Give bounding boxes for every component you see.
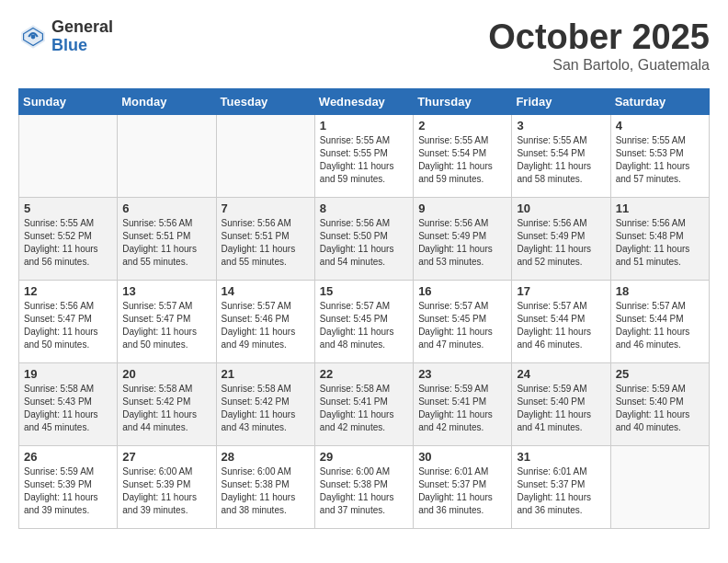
- day-info: Sunrise: 6:01 AM Sunset: 5:37 PM Dayligh…: [517, 465, 605, 517]
- calendar-cell: 27Sunrise: 6:00 AM Sunset: 5:39 PM Dayli…: [118, 445, 216, 528]
- header-monday: Monday: [118, 88, 216, 114]
- header-wednesday: Wednesday: [314, 88, 413, 114]
- calendar-cell: 6Sunrise: 5:56 AM Sunset: 5:51 PM Daylig…: [118, 197, 216, 280]
- day-info: Sunrise: 5:57 AM Sunset: 5:47 PM Dayligh…: [122, 300, 210, 351]
- calendar-cell: 19Sunrise: 5:58 AM Sunset: 5:43 PM Dayli…: [19, 362, 118, 445]
- day-number: 10: [517, 201, 605, 215]
- day-info: Sunrise: 5:57 AM Sunset: 5:45 PM Dayligh…: [320, 300, 408, 351]
- day-info: Sunrise: 5:58 AM Sunset: 5:41 PM Dayligh…: [320, 383, 408, 434]
- calendar-cell: 29Sunrise: 6:00 AM Sunset: 5:38 PM Dayli…: [314, 445, 413, 528]
- calendar-cell: 28Sunrise: 6:00 AM Sunset: 5:38 PM Dayli…: [216, 445, 314, 528]
- month-title: October 2025: [488, 18, 710, 57]
- header-sunday: Sunday: [19, 88, 118, 114]
- calendar-cell: 24Sunrise: 5:59 AM Sunset: 5:40 PM Dayli…: [512, 362, 610, 445]
- day-info: Sunrise: 5:57 AM Sunset: 5:44 PM Dayligh…: [517, 300, 605, 351]
- header-tuesday: Tuesday: [216, 88, 314, 114]
- day-number: 17: [517, 284, 605, 298]
- day-number: 13: [122, 284, 210, 298]
- calendar-header-row: SundayMondayTuesdayWednesdayThursdayFrid…: [19, 88, 710, 114]
- day-info: Sunrise: 6:00 AM Sunset: 5:39 PM Dayligh…: [122, 465, 210, 517]
- day-number: 25: [616, 367, 704, 381]
- day-number: 9: [418, 201, 506, 215]
- calendar-cell: 22Sunrise: 5:58 AM Sunset: 5:41 PM Dayli…: [314, 362, 413, 445]
- title-block: October 2025 San Bartolo, Guatemala: [488, 18, 710, 74]
- calendar-cell: 23Sunrise: 5:59 AM Sunset: 5:41 PM Dayli…: [414, 362, 512, 445]
- day-number: 22: [320, 367, 408, 381]
- calendar-cell: 2Sunrise: 5:55 AM Sunset: 5:54 PM Daylig…: [414, 114, 512, 197]
- day-number: 20: [122, 367, 210, 381]
- calendar-cell: 4Sunrise: 5:55 AM Sunset: 5:53 PM Daylig…: [610, 114, 709, 197]
- calendar-cell: 25Sunrise: 5:59 AM Sunset: 5:40 PM Dayli…: [610, 362, 709, 445]
- calendar-cell: 21Sunrise: 5:58 AM Sunset: 5:42 PM Dayli…: [216, 362, 314, 445]
- day-info: Sunrise: 6:00 AM Sunset: 5:38 PM Dayligh…: [320, 465, 408, 517]
- calendar-cell: 1Sunrise: 5:55 AM Sunset: 5:55 PM Daylig…: [314, 114, 413, 197]
- day-number: 14: [222, 284, 310, 298]
- day-number: 21: [222, 367, 310, 381]
- calendar-cell: 12Sunrise: 5:56 AM Sunset: 5:47 PM Dayli…: [19, 280, 118, 362]
- calendar-cell: 26Sunrise: 5:59 AM Sunset: 5:39 PM Dayli…: [19, 445, 118, 528]
- header-saturday: Saturday: [610, 88, 709, 114]
- calendar-cell: 15Sunrise: 5:57 AM Sunset: 5:45 PM Dayli…: [314, 280, 413, 362]
- day-number: 18: [616, 284, 704, 298]
- day-info: Sunrise: 5:55 AM Sunset: 5:52 PM Dayligh…: [24, 217, 112, 269]
- day-number: 5: [24, 201, 112, 215]
- day-info: Sunrise: 5:57 AM Sunset: 5:45 PM Dayligh…: [418, 300, 506, 351]
- day-number: 2: [418, 119, 506, 132]
- calendar-cell: [19, 114, 118, 197]
- day-info: Sunrise: 5:57 AM Sunset: 5:46 PM Dayligh…: [222, 300, 310, 351]
- day-info: Sunrise: 5:57 AM Sunset: 5:44 PM Dayligh…: [616, 300, 704, 351]
- calendar-week-row: 1Sunrise: 5:55 AM Sunset: 5:55 PM Daylig…: [19, 114, 710, 197]
- calendar-cell: 3Sunrise: 5:55 AM Sunset: 5:54 PM Daylig…: [512, 114, 610, 197]
- calendar-cell: 8Sunrise: 5:56 AM Sunset: 5:50 PM Daylig…: [314, 197, 413, 280]
- day-info: Sunrise: 5:56 AM Sunset: 5:51 PM Dayligh…: [222, 217, 310, 269]
- calendar-cell: 14Sunrise: 5:57 AM Sunset: 5:46 PM Dayli…: [216, 280, 314, 362]
- calendar-cell: 31Sunrise: 6:01 AM Sunset: 5:37 PM Dayli…: [512, 445, 610, 528]
- day-info: Sunrise: 5:55 AM Sunset: 5:54 PM Dayligh…: [418, 134, 506, 186]
- calendar-week-row: 19Sunrise: 5:58 AM Sunset: 5:43 PM Dayli…: [19, 362, 710, 445]
- calendar-cell: 10Sunrise: 5:56 AM Sunset: 5:49 PM Dayli…: [512, 197, 610, 280]
- logo: General Blue: [18, 18, 113, 55]
- day-number: 19: [24, 367, 112, 381]
- day-info: Sunrise: 5:55 AM Sunset: 5:54 PM Dayligh…: [517, 134, 605, 186]
- day-number: 12: [24, 284, 112, 298]
- day-info: Sunrise: 5:58 AM Sunset: 5:42 PM Dayligh…: [122, 383, 210, 434]
- calendar-cell: 20Sunrise: 5:58 AM Sunset: 5:42 PM Dayli…: [118, 362, 216, 445]
- header-friday: Friday: [512, 88, 610, 114]
- day-info: Sunrise: 5:59 AM Sunset: 5:41 PM Dayligh…: [418, 383, 506, 434]
- day-info: Sunrise: 5:56 AM Sunset: 5:49 PM Dayligh…: [517, 217, 605, 269]
- day-number: 1: [320, 119, 408, 132]
- day-info: Sunrise: 5:56 AM Sunset: 5:47 PM Dayligh…: [24, 300, 112, 351]
- day-number: 28: [222, 450, 310, 464]
- day-info: Sunrise: 5:58 AM Sunset: 5:43 PM Dayligh…: [24, 383, 112, 434]
- day-number: 7: [222, 201, 310, 215]
- day-number: 27: [122, 450, 210, 464]
- calendar-cell: 18Sunrise: 5:57 AM Sunset: 5:44 PM Dayli…: [610, 280, 709, 362]
- day-info: Sunrise: 5:59 AM Sunset: 5:39 PM Dayligh…: [24, 465, 112, 517]
- day-number: 23: [418, 367, 506, 381]
- logo-icon: [18, 22, 48, 52]
- calendar-cell: 17Sunrise: 5:57 AM Sunset: 5:44 PM Dayli…: [512, 280, 610, 362]
- day-number: 15: [320, 284, 408, 298]
- day-number: 3: [517, 119, 605, 132]
- calendar-cell: 5Sunrise: 5:55 AM Sunset: 5:52 PM Daylig…: [19, 197, 118, 280]
- day-info: Sunrise: 5:56 AM Sunset: 5:51 PM Dayligh…: [122, 217, 210, 269]
- day-number: 31: [517, 450, 605, 464]
- logo-blue: Blue: [51, 37, 113, 55]
- logo-text: General Blue: [51, 18, 113, 55]
- day-info: Sunrise: 5:55 AM Sunset: 5:53 PM Dayligh…: [616, 134, 704, 186]
- day-info: Sunrise: 5:56 AM Sunset: 5:50 PM Dayligh…: [320, 217, 408, 269]
- svg-point-2: [31, 34, 36, 39]
- day-number: 8: [320, 201, 408, 215]
- day-info: Sunrise: 6:01 AM Sunset: 5:37 PM Dayligh…: [418, 465, 506, 517]
- day-number: 6: [122, 201, 210, 215]
- calendar-week-row: 5Sunrise: 5:55 AM Sunset: 5:52 PM Daylig…: [19, 197, 710, 280]
- calendar-cell: 13Sunrise: 5:57 AM Sunset: 5:47 PM Dayli…: [118, 280, 216, 362]
- day-info: Sunrise: 5:59 AM Sunset: 5:40 PM Dayligh…: [517, 383, 605, 434]
- page-header: General Blue October 2025 San Bartolo, G…: [18, 18, 710, 74]
- calendar-cell: [610, 445, 709, 528]
- calendar-cell: 7Sunrise: 5:56 AM Sunset: 5:51 PM Daylig…: [216, 197, 314, 280]
- day-number: 16: [418, 284, 506, 298]
- day-info: Sunrise: 6:00 AM Sunset: 5:38 PM Dayligh…: [222, 465, 310, 517]
- day-number: 11: [616, 201, 704, 215]
- day-number: 4: [616, 119, 704, 132]
